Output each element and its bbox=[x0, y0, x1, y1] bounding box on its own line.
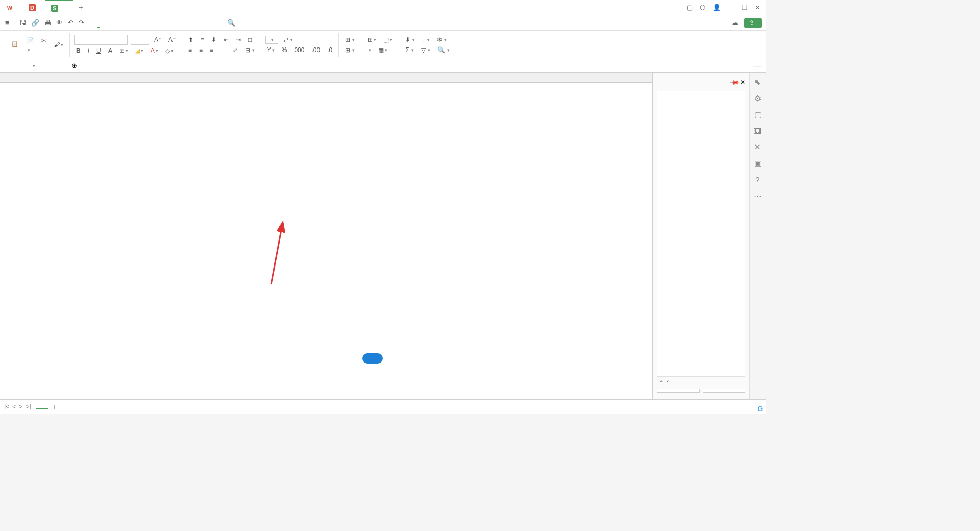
tablestyle-icon[interactable]: ▦▾ bbox=[376, 45, 389, 55]
dec-inc-icon[interactable]: .00 bbox=[309, 45, 322, 55]
menu-review[interactable] bbox=[154, 18, 156, 28]
condformat-icon[interactable]: ⊞▾ bbox=[365, 35, 378, 44]
menu-home[interactable] bbox=[97, 18, 100, 28]
collapse-panel-icon[interactable]: — bbox=[753, 61, 766, 70]
filter-button[interactable]: ▽▾ bbox=[419, 45, 432, 55]
font-color-icon[interactable]: A▾ bbox=[149, 46, 160, 55]
align-top-icon[interactable]: ⬆ bbox=[186, 35, 195, 44]
italic-icon[interactable]: I bbox=[86, 46, 91, 55]
menu-page[interactable] bbox=[120, 18, 122, 28]
size-select[interactable] bbox=[131, 35, 149, 45]
bold-icon[interactable]: B bbox=[74, 46, 83, 55]
add-tab-button[interactable]: + bbox=[74, 3, 88, 12]
panel-close-icon[interactable]: ✕ bbox=[740, 79, 745, 86]
align-justify-icon[interactable]: ≣ bbox=[218, 45, 228, 55]
tab-workbook[interactable]: S bbox=[45, 0, 74, 15]
fill-button[interactable]: ⬇▾ bbox=[403, 35, 417, 44]
currency-icon[interactable]: ¥▾ bbox=[265, 45, 277, 55]
menu-view[interactable] bbox=[165, 18, 167, 28]
close-icon[interactable]: ✕ bbox=[755, 4, 761, 11]
cube-icon[interactable]: ⬡ bbox=[700, 4, 705, 11]
underline-icon[interactable]: U bbox=[94, 46, 103, 55]
menu-vip[interactable] bbox=[187, 18, 189, 28]
align-bot-icon[interactable]: ⬇ bbox=[209, 35, 218, 44]
align-right-icon[interactable]: ≡ bbox=[208, 45, 215, 55]
border-icon[interactable]: ⊞▾ bbox=[117, 46, 130, 55]
increase-font-icon[interactable]: A⁺ bbox=[152, 35, 163, 44]
hide-all-button[interactable] bbox=[703, 389, 746, 393]
search-icon[interactable]: 🔍 bbox=[226, 18, 236, 28]
orient-icon[interactable]: ⤢ bbox=[231, 45, 240, 55]
copy-icon[interactable]: 📄 bbox=[24, 36, 36, 45]
box-icon[interactable]: ▢ bbox=[687, 4, 693, 11]
sheet-tab-active[interactable] bbox=[36, 404, 48, 409]
fill-color-icon[interactable]: ◢▾ bbox=[133, 46, 145, 55]
tools-side-icon[interactable]: ✕ bbox=[754, 142, 761, 152]
redo-icon[interactable]: ↷ bbox=[78, 18, 85, 28]
decrease-font-icon[interactable]: A⁻ bbox=[166, 35, 178, 44]
cloud-icon[interactable]: ☁ bbox=[730, 18, 739, 28]
number-format-select[interactable]: ▾ bbox=[265, 36, 278, 44]
help-side-icon[interactable]: ? bbox=[755, 175, 760, 184]
merge-button[interactable]: ⊟▾ bbox=[243, 45, 257, 55]
condformat-button[interactable]: ▾ bbox=[365, 46, 373, 54]
strike-icon[interactable]: A̶ bbox=[106, 46, 114, 55]
print-icon[interactable]: 🖶 bbox=[43, 18, 52, 28]
chart-side-icon[interactable]: ▣ bbox=[754, 159, 762, 168]
settings-side-icon[interactable]: ⚙ bbox=[754, 94, 761, 103]
comma-icon[interactable]: 000 bbox=[292, 45, 306, 55]
order-down-icon[interactable]: ˅ bbox=[666, 380, 669, 387]
rowcol-button[interactable]: ⊞▾ bbox=[343, 35, 357, 44]
preview-icon[interactable]: 👁 bbox=[55, 18, 64, 28]
menu-efficiency[interactable] bbox=[199, 18, 201, 28]
sheet-first-icon[interactable]: I< bbox=[4, 403, 9, 411]
tab-wps[interactable]: W bbox=[0, 0, 22, 15]
cut-icon[interactable]: ✂ bbox=[39, 36, 48, 45]
file-menu[interactable] bbox=[13, 22, 15, 24]
indent-inc-icon[interactable]: ⇥ bbox=[234, 35, 243, 44]
hamburger-icon[interactable]: ≡ bbox=[4, 18, 10, 28]
sort-button[interactable]: ↕▾ bbox=[420, 35, 432, 44]
indent-dec-icon[interactable]: ⇤ bbox=[222, 35, 231, 44]
show-all-button[interactable] bbox=[657, 389, 700, 393]
minimize-icon[interactable]: — bbox=[728, 4, 734, 11]
link-icon[interactable]: 🔗 bbox=[30, 18, 40, 28]
share-button[interactable]: ⇪ bbox=[744, 18, 762, 28]
name-box[interactable]: ▾ bbox=[0, 61, 66, 70]
order-up-icon[interactable]: ˄ bbox=[660, 380, 663, 387]
worksheet-button[interactable]: ⊞▾ bbox=[343, 45, 357, 55]
align-left-icon[interactable]: ≡ bbox=[186, 45, 194, 55]
user-icon[interactable]: 👤 bbox=[713, 4, 721, 11]
zoom-fx-icon[interactable]: ⊕ bbox=[71, 62, 77, 69]
wrap-button[interactable]: □ bbox=[246, 35, 255, 44]
tab-template[interactable]: D bbox=[22, 0, 45, 15]
align-center-icon[interactable]: ≡ bbox=[197, 45, 205, 55]
menu-formula[interactable] bbox=[131, 18, 133, 28]
sheet-prev-icon[interactable]: < bbox=[12, 403, 16, 411]
menu-data[interactable] bbox=[142, 18, 144, 28]
convert-button[interactable]: ⇄▾ bbox=[281, 35, 295, 44]
layout-side-icon[interactable]: ▢ bbox=[754, 110, 762, 119]
paste-button[interactable]: ▾ bbox=[24, 46, 48, 54]
menu-tools[interactable] bbox=[176, 18, 178, 28]
more-side-icon[interactable]: ⋯ bbox=[754, 191, 762, 200]
pin-icon[interactable]: 📌 bbox=[729, 77, 740, 88]
format-brush-button[interactable]: 📋 bbox=[8, 40, 21, 50]
percent-icon[interactable]: % bbox=[280, 45, 289, 55]
save-icon[interactable]: 🖫 bbox=[18, 18, 27, 28]
find-button[interactable]: 🔍▾ bbox=[435, 45, 452, 55]
format-icon[interactable]: 🖌▾ bbox=[52, 40, 65, 50]
font-select[interactable] bbox=[74, 35, 128, 45]
sheet-last-icon[interactable]: >I bbox=[26, 403, 31, 411]
sum-button[interactable]: Σ▾ bbox=[403, 45, 415, 55]
spreadsheet-grid[interactable] bbox=[0, 73, 652, 399]
sheet-next-icon[interactable]: > bbox=[19, 403, 22, 411]
undo-icon[interactable]: ↶ bbox=[67, 18, 75, 28]
theme-icon[interactable]: ◇▾ bbox=[163, 46, 176, 55]
menu-smart[interactable] bbox=[210, 18, 212, 28]
freeze-button[interactable]: ❄▾ bbox=[435, 35, 449, 44]
image-side-icon[interactable]: 🖼 bbox=[754, 127, 762, 135]
add-sheet-button[interactable]: + bbox=[53, 403, 57, 411]
menu-insert[interactable] bbox=[109, 18, 111, 28]
align-mid-icon[interactable]: ≡ bbox=[199, 35, 206, 44]
